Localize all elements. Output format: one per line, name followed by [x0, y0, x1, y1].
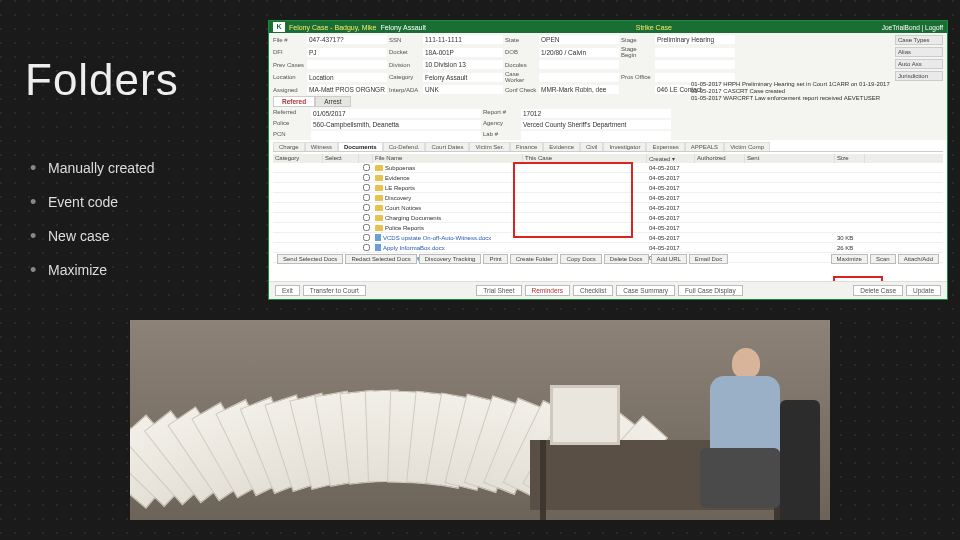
action-send-selected-docs[interactable]: Send Selected Docs — [277, 254, 343, 264]
field-value[interactable] — [307, 60, 387, 69]
action-create-folder[interactable]: Create Folder — [510, 254, 559, 264]
field-value[interactable]: UNK — [423, 85, 503, 94]
tab-investigator[interactable]: Investigator — [603, 142, 646, 151]
table-row[interactable]: VCDS upstate On-off-Auto-Witness.docx04-… — [273, 233, 943, 243]
file-name[interactable]: LE Reports — [385, 185, 415, 191]
footer-full-case-display[interactable]: Full Case Display — [678, 285, 743, 296]
row-checkbox[interactable] — [363, 214, 370, 221]
row-checkbox[interactable] — [363, 194, 370, 201]
col-header[interactable]: Created ▾ — [647, 154, 695, 163]
side-button[interactable]: Jurisdiction — [895, 71, 943, 81]
tab-charge[interactable]: Charge — [273, 142, 305, 151]
action-redact-selected-docs[interactable]: Redact Selected Docs — [345, 254, 416, 264]
action-maximize[interactable]: Maximize — [831, 254, 868, 264]
tab-expenses[interactable]: Expenses — [646, 142, 684, 151]
file-name[interactable]: Police Reports — [385, 225, 424, 231]
tab-finance[interactable]: Finance — [510, 142, 543, 151]
tab-evidence[interactable]: Evidence — [543, 142, 580, 151]
field-value[interactable]: 047-43717? — [307, 35, 387, 44]
table-row[interactable]: LE Reports04-05-2017 — [273, 183, 943, 193]
row-checkbox[interactable] — [363, 164, 370, 171]
side-button[interactable]: Auto Ass — [895, 59, 943, 69]
tab-courtdates[interactable]: Court Dates — [425, 142, 469, 151]
field-value[interactable] — [521, 131, 671, 140]
field-value[interactable] — [539, 73, 619, 82]
footer-checklist[interactable]: Checklist — [573, 285, 613, 296]
subtab-refered[interactable]: Refered — [273, 96, 315, 107]
action-scan[interactable]: Scan — [870, 254, 896, 264]
field-value[interactable]: OPEN — [539, 35, 619, 44]
table-row[interactable]: Evidence04-05-2017 — [273, 173, 943, 183]
col-header[interactable]: Sent — [745, 154, 835, 163]
col-header[interactable]: Size — [835, 154, 865, 163]
strike-case-label[interactable]: Strike Case — [636, 24, 672, 31]
action-email-doc[interactable]: Email Doc — [689, 254, 728, 264]
row-checkbox[interactable] — [363, 224, 370, 231]
field-value[interactable]: PJ — [307, 48, 387, 57]
tab-victimser[interactable]: Victim Ser. — [469, 142, 510, 151]
field-value[interactable]: Location — [307, 73, 387, 82]
row-checkbox[interactable] — [363, 174, 370, 181]
table-row[interactable]: Police Reports04-05-2017 — [273, 223, 943, 233]
field-value[interactable] — [311, 131, 481, 140]
footer-transfer-to-court[interactable]: Transfer to Court — [303, 285, 366, 296]
field-value[interactable]: 17012 — [521, 109, 671, 118]
file-name[interactable]: Evidence — [385, 175, 410, 181]
footer-reminders[interactable]: Reminders — [525, 285, 570, 296]
field-value[interactable]: 01/05/2017 — [311, 109, 481, 118]
footer-update[interactable]: Update — [906, 285, 941, 296]
side-button[interactable]: Alias — [895, 47, 943, 57]
field-value[interactable]: 1/20/80 / Calvin — [539, 48, 619, 57]
row-checkbox[interactable] — [363, 204, 370, 211]
field-value[interactable] — [539, 60, 619, 69]
footer-exit[interactable]: Exit — [275, 285, 300, 296]
action-copy-docs[interactable]: Copy Docs — [560, 254, 601, 264]
file-name[interactable]: VCDS upstate On-off-Auto-Witness.docx — [383, 235, 491, 241]
col-header[interactable] — [359, 154, 373, 163]
table-row[interactable]: Subpoenas04-05-2017 — [273, 163, 943, 173]
tab-victimcomp[interactable]: Victim Comp — [724, 142, 770, 151]
field-value[interactable] — [655, 48, 735, 57]
action-delete-docs[interactable]: Delete Docs — [604, 254, 649, 264]
col-header[interactable]: Category — [273, 154, 323, 163]
action-discovery-tracking[interactable]: Discovery Tracking — [419, 254, 482, 264]
subtab-arrest[interactable]: Arrest — [315, 96, 350, 107]
field-value[interactable]: Felony Assault — [423, 73, 503, 82]
tab-civil[interactable]: Civil — [580, 142, 603, 151]
col-header[interactable]: Authorized — [695, 154, 745, 163]
tab-witness[interactable]: Witness — [305, 142, 338, 151]
field-value[interactable]: 560-Campbellsmith, Deanetta — [311, 120, 481, 129]
field-value[interactable]: Verced County Sheriff's Department — [521, 120, 671, 129]
file-name[interactable]: Charging Documents — [385, 215, 441, 221]
field-value[interactable]: 111-11-1111 — [423, 35, 503, 44]
field-value[interactable] — [655, 60, 735, 69]
row-checkbox[interactable] — [363, 184, 370, 191]
footer-case-summary[interactable]: Case Summary — [616, 285, 675, 296]
footer-trial-sheet[interactable]: Trial Sheet — [476, 285, 521, 296]
action-print[interactable]: Print — [483, 254, 507, 264]
file-name[interactable]: Court Notices — [385, 205, 421, 211]
col-header[interactable]: This Case — [523, 154, 647, 163]
field-value[interactable]: 10 Division 13 — [423, 60, 503, 69]
file-name[interactable]: Apply InformaBox.docx — [383, 245, 445, 251]
tab-codefend[interactable]: Co-Defend. — [383, 142, 426, 151]
col-header[interactable]: File Name — [373, 154, 523, 163]
table-row[interactable]: Charging Documents04-05-2017 — [273, 213, 943, 223]
file-name[interactable]: Subpoenas — [385, 165, 415, 171]
col-header[interactable]: Select — [323, 154, 359, 163]
side-button[interactable]: Case Types — [895, 35, 943, 45]
field-value[interactable]: MMR-Mark Robin, dee — [539, 85, 619, 94]
action-attach-add[interactable]: Attach/Add — [898, 254, 939, 264]
footer-delete-case[interactable]: Delete Case — [853, 285, 903, 296]
field-value[interactable]: Preliminary Hearing — [655, 35, 735, 44]
field-value[interactable]: MA-Matt PROS ORGNGR — [307, 85, 387, 94]
file-name[interactable]: Discovery — [385, 195, 411, 201]
row-checkbox[interactable] — [363, 244, 370, 251]
field-value[interactable]: 18A-001P — [423, 48, 503, 57]
table-row[interactable]: Court Notices04-05-2017 — [273, 203, 943, 213]
table-row[interactable]: Apply InformaBox.docx04-05-201726 KB — [273, 243, 943, 253]
tab-documents[interactable]: Documents — [338, 142, 383, 151]
table-row[interactable]: Discovery04-05-2017 — [273, 193, 943, 203]
action-add-url[interactable]: Add URL — [651, 254, 687, 264]
row-checkbox[interactable] — [363, 234, 370, 241]
